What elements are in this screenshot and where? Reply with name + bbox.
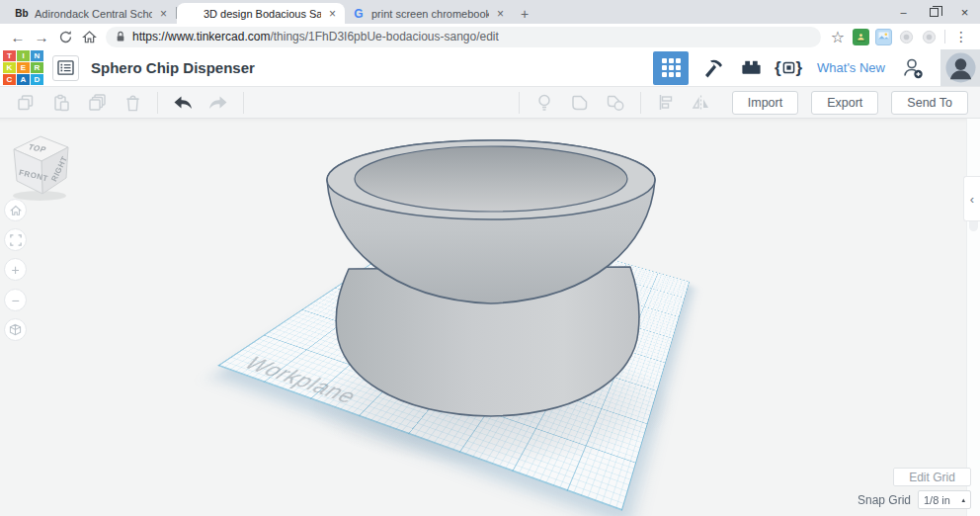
tab-title: 3D design Bodacious Sango | Tin	[204, 8, 321, 20]
zoom-in-button[interactable]: +	[4, 258, 27, 281]
new-tab-button[interactable]: +	[513, 3, 536, 24]
tinkercad-logo[interactable]: TIN KER CAD	[3, 50, 43, 85]
url-text: https://www.tinkercad.com/things/1FhD3I6…	[132, 30, 499, 43]
undo-button[interactable]	[171, 91, 195, 115]
browser-menu-button[interactable]: ⋮	[949, 26, 973, 47]
classroom-extension-icon[interactable]	[853, 29, 869, 45]
caret-up-icon: ▴	[961, 496, 965, 504]
back-button[interactable]: ←	[6, 26, 30, 47]
mirror-icon	[691, 93, 711, 112]
classroom-glyph-icon	[856, 32, 866, 43]
duplicate-icon	[87, 92, 108, 113]
design-menu-button[interactable]	[52, 55, 79, 81]
screenshot-extension-icon[interactable]	[875, 29, 892, 45]
paste-button[interactable]	[49, 91, 73, 115]
bowl-interior	[355, 146, 627, 212]
3d-design-mode-button[interactable]	[653, 51, 689, 85]
address-bar[interactable]: https://www.tinkercad.com/things/1FhD3I6…	[106, 27, 821, 47]
align-button[interactable]	[654, 91, 678, 115]
browser-tab-bar: Bb Adirondack Central School Distr × 3D …	[0, 0, 980, 24]
duplicate-button[interactable]	[85, 91, 109, 115]
undo-icon	[172, 94, 194, 112]
codeblocks-button[interactable]: { }	[772, 51, 805, 85]
editor-toolbar: Import Export Send To	[0, 87, 980, 119]
mirror-button[interactable]	[690, 91, 713, 115]
grid-icon	[662, 58, 681, 77]
perspective-toggle-button[interactable]	[4, 318, 27, 341]
restore-icon	[930, 8, 939, 17]
tab-close-icon[interactable]: ×	[327, 8, 338, 20]
brace-right: }	[796, 58, 803, 78]
tab-print-screen[interactable]: G print screen chromebook - Googl ×	[345, 3, 513, 24]
3d-viewport[interactable]: Workplane	[0, 119, 966, 516]
tab-close-icon[interactable]: ×	[495, 8, 506, 20]
brick-icon	[740, 56, 763, 79]
ungroup-button[interactable]	[604, 91, 627, 115]
bookmark-star-button[interactable]: ☆	[826, 26, 850, 47]
brick-build-button[interactable]	[734, 51, 768, 85]
lightbulb-icon	[535, 93, 553, 113]
header-right-group: { } What's New	[653, 49, 980, 86]
toolbar-divider	[640, 92, 641, 114]
close-button[interactable]: ×	[949, 0, 980, 24]
edit-grid-button[interactable]: Edit Grid	[893, 468, 971, 486]
account-avatar[interactable]	[940, 49, 980, 86]
minimize-button[interactable]: –	[888, 0, 919, 24]
home-icon	[82, 30, 97, 44]
toolbar-divider	[243, 92, 244, 114]
delete-button[interactable]	[121, 91, 144, 115]
pickaxe-icon	[701, 56, 725, 80]
fit-view-button[interactable]	[4, 228, 27, 251]
home-button[interactable]	[77, 26, 101, 47]
minecraft-pickaxe-button[interactable]	[696, 51, 730, 85]
reload-icon	[58, 30, 73, 44]
redo-icon	[207, 94, 229, 112]
whats-new-link[interactable]: What's New	[817, 60, 885, 75]
zoom-out-button[interactable]: −	[4, 289, 27, 311]
extension-disabled-icon[interactable]	[898, 29, 915, 45]
design-menu-icon	[57, 60, 74, 75]
toolbar-divider	[944, 30, 945, 43]
delete-icon	[123, 93, 142, 113]
screenshot-glyph-icon	[878, 32, 889, 43]
tab-tinkercad-active[interactable]: 3D design Bodacious Sango | Tin ×	[177, 3, 345, 24]
brace-left: {	[775, 58, 781, 78]
paste-icon	[51, 93, 71, 113]
redo-button[interactable]	[206, 91, 230, 115]
view-cube[interactable]: TOP FRONT RIGHT	[6, 132, 77, 204]
home-view-button[interactable]	[4, 199, 27, 221]
model-sphero-chip-dispenser[interactable]	[0, 119, 966, 516]
panel-expand-toggle[interactable]: ‹	[963, 176, 980, 221]
snap-grid-label: Snap Grid	[858, 493, 911, 507]
ungroup-icon	[605, 93, 626, 113]
tab-adirondack[interactable]: Bb Adirondack Central School Distr ×	[8, 3, 176, 24]
restore-button[interactable]	[919, 0, 949, 24]
browser-nav-bar: ← → https://www.tinkercad.com/things/1Fh…	[0, 24, 980, 49]
tab-close-icon[interactable]: ×	[158, 8, 169, 20]
fit-view-icon	[10, 234, 22, 246]
tinkercad-header: TIN KER CAD Sphero Chip Dispenser	[0, 49, 980, 87]
snap-grid-dropdown[interactable]: 1/8 in ▴	[918, 490, 971, 509]
reload-button[interactable]	[53, 26, 77, 47]
copy-button[interactable]	[14, 91, 38, 115]
add-person-icon	[901, 55, 927, 81]
snap-grid-value: 1/8 in	[924, 494, 950, 506]
extension-disabled-icon[interactable]	[921, 29, 938, 45]
lock-icon	[116, 31, 125, 43]
forward-button[interactable]: →	[30, 26, 53, 47]
export-button[interactable]: Export	[811, 91, 878, 115]
group-icon	[569, 93, 590, 113]
tab-title: print screen chromebook - Googl	[371, 8, 489, 20]
snap-grid-control: Snap Grid 1/8 in ▴	[858, 490, 971, 509]
show-hide-button[interactable]	[532, 91, 556, 115]
toolbar-divider	[157, 92, 158, 114]
disabled-glyph-icon	[922, 30, 937, 44]
add-person-button[interactable]	[897, 51, 931, 85]
group-button[interactable]	[568, 91, 592, 115]
toolbar-divider	[519, 92, 520, 114]
import-button[interactable]: Import	[732, 91, 798, 115]
disabled-glyph-icon	[899, 30, 914, 44]
avatar-icon	[945, 52, 976, 83]
design-title: Sphero Chip Dispenser	[91, 59, 255, 76]
send-to-button[interactable]: Send To	[891, 91, 968, 115]
